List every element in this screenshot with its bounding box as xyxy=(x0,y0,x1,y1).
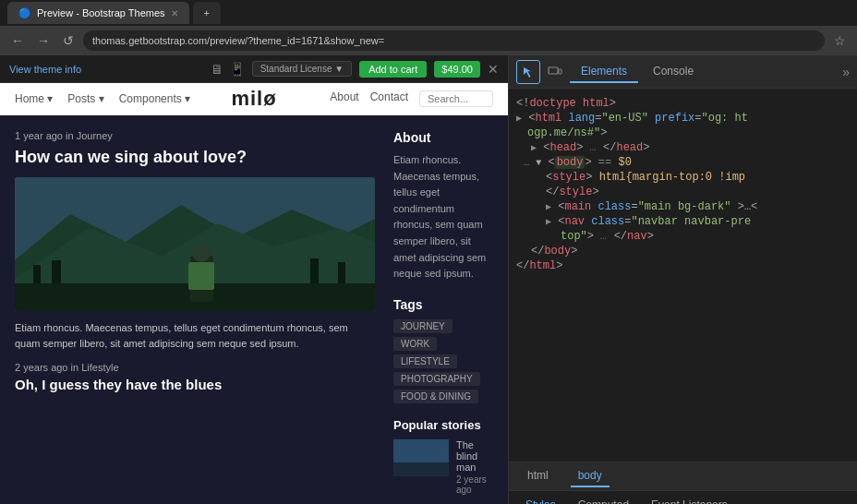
desktop-icon[interactable]: 🖥 xyxy=(211,62,223,77)
tree-html-cont: ogp.me/ns#"> xyxy=(516,126,850,140)
tree-nav-cont: top"> … </nav> xyxy=(516,229,850,244)
bottom-tab-body[interactable]: body xyxy=(571,465,610,487)
styles-panel: Styles Computed Event Listeners : hov xyxy=(509,491,857,504)
tab-elements[interactable]: Elements xyxy=(570,61,638,83)
theme-bar: View theme info 🖥 📱 Standard License ▼ A… xyxy=(0,55,508,83)
tab-computed[interactable]: Computed xyxy=(569,495,638,504)
sidebar-popular: Popular stories The blind man 2 years xyxy=(393,418,493,495)
article1-excerpt: Etiam rhoncus. Maecenas tempus, tellus e… xyxy=(15,320,375,351)
license-badge[interactable]: Standard License ▼ xyxy=(252,61,353,77)
tab-styles[interactable]: Styles xyxy=(516,495,565,504)
nav-home[interactable]: Home ▾ xyxy=(15,92,53,105)
popular-item: The blind man 2 years ago xyxy=(393,439,493,495)
site-logo: milø xyxy=(231,87,276,111)
bottom-tabs: html body xyxy=(509,462,857,491)
svg-rect-13 xyxy=(549,67,558,74)
svg-rect-7 xyxy=(338,262,345,283)
device-toolbar-icon[interactable] xyxy=(544,61,566,83)
new-tab-icon: + xyxy=(204,7,210,18)
tab-event-listeners[interactable]: Event Listeners xyxy=(642,495,737,504)
nav-contact[interactable]: Contact xyxy=(370,90,408,107)
main-layout: View theme info 🖥 📱 Standard License ▼ A… xyxy=(0,55,857,504)
article2-title: Oh, I guess they have the blues xyxy=(15,377,375,392)
svg-rect-14 xyxy=(559,69,561,74)
tree-style: <style> html{margin-top:0 !imp xyxy=(516,170,850,185)
nav-links: Home ▾ Posts ▾ Components ▾ xyxy=(15,92,190,105)
svg-rect-6 xyxy=(310,258,319,283)
about-title: About xyxy=(393,130,493,145)
view-theme-info[interactable]: View theme info xyxy=(9,64,81,75)
tree-body-open[interactable]: … ▼ <body> == $0 xyxy=(516,155,850,170)
tag-photography[interactable]: PHOTOGRAPHY xyxy=(393,372,480,386)
svg-rect-12 xyxy=(393,462,449,476)
tree-style-close: </style> xyxy=(516,185,850,199)
browser-tabs: 🔵 Preview - Bootstrap Themes ✕ + xyxy=(0,0,857,26)
tag-work[interactable]: WORK xyxy=(393,337,437,351)
refresh-button[interactable]: ↺ xyxy=(59,31,78,50)
popular-text-block: The blind man 2 years ago xyxy=(456,439,493,495)
price-badge: $49.00 xyxy=(434,61,480,78)
bookmark-button[interactable]: ☆ xyxy=(830,31,850,50)
tree-html-close: </html> xyxy=(516,258,850,273)
search-input[interactable] xyxy=(419,90,493,107)
device-icons: 🖥 📱 xyxy=(211,62,245,77)
article2-meta: 2 years ago in Lifestyle xyxy=(15,362,375,373)
theme-bar-close-icon[interactable]: ✕ xyxy=(488,62,499,77)
article1-image xyxy=(15,177,375,311)
article1-title: How can we sing about love? xyxy=(15,147,375,168)
tree-main: ▶ <main class="main bg-dark" >…< xyxy=(516,199,850,214)
add-to-cart-button[interactable]: Add to cart xyxy=(359,61,427,78)
new-tab[interactable]: + xyxy=(193,2,221,24)
nav-posts[interactable]: Posts ▾ xyxy=(67,92,103,105)
devtools-more-icon[interactable]: » xyxy=(842,65,850,79)
nav-right: About Contact xyxy=(330,90,493,107)
tab-favicon: 🔵 xyxy=(18,7,31,19)
tags-list: JOURNEY WORK LIFESTYLE PHOTOGRAPHY FOOD … xyxy=(393,319,493,403)
svg-rect-10 xyxy=(188,262,214,290)
devtools-panel: Elements Console » <!doctype html> ▶ <ht… xyxy=(508,55,857,504)
svg-rect-4 xyxy=(33,265,41,283)
tree-html-open: ▶ <html lang="en-US" prefix="og: ht xyxy=(516,111,850,126)
site-nav: Home ▾ Posts ▾ Components ▾ milø About C… xyxy=(0,83,508,115)
tag-lifestyle[interactable]: LIFESTYLE xyxy=(393,354,457,368)
tree-doctype: <!doctype html> xyxy=(516,96,850,111)
popular-img xyxy=(393,439,449,476)
website-preview: View theme info 🖥 📱 Standard License ▼ A… xyxy=(0,55,508,504)
sidebar-tags: Tags JOURNEY WORK LIFESTYLE PHOTOGRAPHY … xyxy=(393,297,493,403)
forward-button[interactable]: → xyxy=(33,31,54,50)
popular-item-title: The blind man xyxy=(456,439,493,473)
svg-point-9 xyxy=(192,244,211,262)
nav-components[interactable]: Components ▾ xyxy=(119,92,190,105)
tags-title: Tags xyxy=(393,297,493,312)
site-body: 1 year ago in Journey How can we sing ab… xyxy=(0,115,508,504)
tab-close-icon[interactable]: ✕ xyxy=(171,8,178,18)
styles-tabs: Styles Computed Event Listeners xyxy=(516,491,850,504)
popular-item-meta: 2 years ago xyxy=(456,474,493,495)
main-content: 1 year ago in Journey How can we sing ab… xyxy=(15,130,375,504)
popular-title: Popular stories xyxy=(393,418,493,432)
tag-food[interactable]: FOOD & DINING xyxy=(393,390,478,403)
inspect-icon[interactable] xyxy=(516,60,540,84)
article-image-svg xyxy=(15,177,375,311)
address-bar[interactable] xyxy=(83,30,825,51)
tab-label: Preview - Bootstrap Themes xyxy=(37,7,165,18)
article1-meta: 1 year ago in Journey xyxy=(15,130,375,141)
sidebar: About Etiam rhoncus. Maecenas tempus, te… xyxy=(393,130,493,504)
devtools-header: Elements Console » xyxy=(509,55,857,89)
back-button[interactable]: ← xyxy=(7,31,28,50)
browser-toolbar: ← → ↺ ☆ xyxy=(0,26,857,55)
tag-journey[interactable]: JOURNEY xyxy=(393,319,453,333)
nav-about[interactable]: About xyxy=(330,90,358,107)
bottom-tab-html[interactable]: html xyxy=(520,465,556,487)
tree-head: ▶ <head> … </head> xyxy=(516,140,850,155)
tree-body-close: </body> xyxy=(516,244,850,258)
html-tree: <!doctype html> ▶ <html lang="en-US" pre… xyxy=(509,89,857,462)
active-tab[interactable]: 🔵 Preview - Bootstrap Themes ✕ xyxy=(7,2,189,24)
svg-rect-5 xyxy=(52,260,61,283)
browser-chrome: 🔵 Preview - Bootstrap Themes ✕ + ← → ↺ ☆ xyxy=(0,0,857,55)
tree-nav: ▶ <nav class="navbar navbar-pre xyxy=(516,214,850,229)
about-text: Etiam rhoncus. Maecenas tempus, tellus e… xyxy=(393,152,493,282)
tab-console[interactable]: Console xyxy=(642,61,705,83)
sidebar-about: About Etiam rhoncus. Maecenas tempus, te… xyxy=(393,130,493,282)
mobile-icon[interactable]: 📱 xyxy=(229,62,245,77)
